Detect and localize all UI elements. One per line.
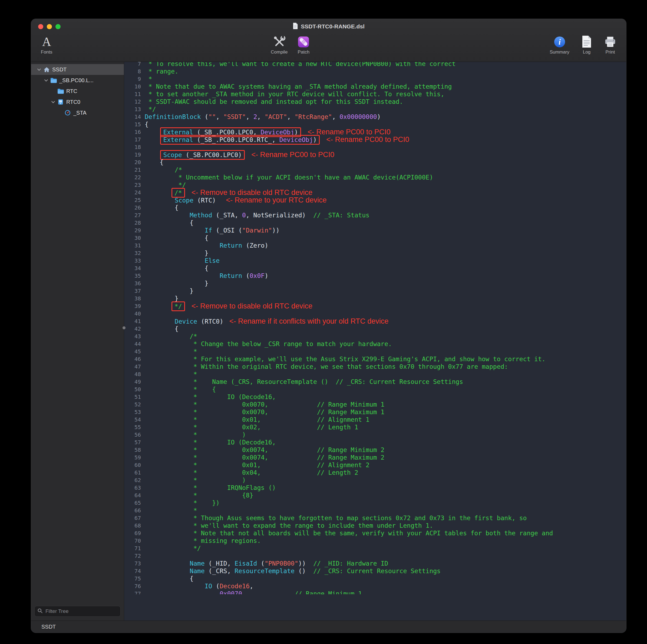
code-line: 32 } xyxy=(124,249,626,257)
tree-item-rtc[interactable]: RTC xyxy=(31,86,124,96)
status-bar: SSDT xyxy=(31,621,626,633)
print-button[interactable]: Print xyxy=(604,34,617,55)
code-segment xyxy=(145,197,175,204)
line-number: 18 xyxy=(124,143,145,151)
code-segment: * 0x01, // Alignment 2 xyxy=(145,462,369,469)
code-segment: 0x0070 xyxy=(220,590,242,594)
code-line: 18 xyxy=(124,143,626,151)
summary-button[interactable]: i Summary xyxy=(550,34,569,55)
chevron-down-icon[interactable] xyxy=(50,100,57,104)
code-segment: (_HID, xyxy=(208,560,234,567)
code-segment: (_SB.PC00.LPC0) xyxy=(186,151,242,158)
patch-button[interactable]: Patch xyxy=(297,34,310,55)
line-number: 77 xyxy=(124,590,145,594)
code-segment: * xyxy=(145,75,152,82)
code-segment: Scope xyxy=(163,151,186,158)
line-number: 60 xyxy=(124,461,145,469)
code-line: 67 * Though Asus seems to have forgotten… xyxy=(124,514,626,522)
device-icon xyxy=(57,99,65,105)
code-segment: 0x0F xyxy=(250,272,265,279)
line-number: 50 xyxy=(124,386,145,393)
code-segment: } xyxy=(145,295,178,302)
line-number: 19 xyxy=(124,151,145,158)
line-number: 68 xyxy=(124,522,145,530)
window-title-text: SSDT-RTC0-RANGE.dsl xyxy=(301,23,365,30)
tree-item-rtc0[interactable]: RTC0 xyxy=(31,96,124,107)
log-button[interactable]: Log xyxy=(581,34,592,55)
method-icon xyxy=(64,109,72,116)
code-segment: ) xyxy=(377,113,381,120)
line-number: 23 xyxy=(124,181,145,189)
minimize-button[interactable] xyxy=(47,24,52,29)
code-segment: )) xyxy=(272,227,280,234)
log-document-icon xyxy=(581,34,592,48)
code-segment: ( xyxy=(261,560,265,567)
code-segment: 0 xyxy=(242,212,246,219)
fonts-button[interactable]: A Fonts xyxy=(41,34,53,55)
code-segment xyxy=(145,560,190,567)
tree-item-sb-pc00-l[interactable]: _SB.PC00.L... xyxy=(31,75,124,86)
code-line: 41 Device (RTC0)<- Rename if it conflict… xyxy=(124,317,626,325)
line-number: 75 xyxy=(124,575,145,582)
titlebar[interactable]: SSDT-RTC0-RANGE.dsl xyxy=(31,19,626,34)
svg-text:i: i xyxy=(559,37,561,46)
line-number: 24 xyxy=(124,189,145,196)
code-segment: // Range Minimum 1 xyxy=(295,590,362,594)
code-segment: * 0x01, // Alignment 1 xyxy=(145,416,369,423)
code-segment: (Zero) xyxy=(246,242,268,249)
code-segment: // _STA: Status xyxy=(313,212,369,219)
code-editor[interactable]: 7 * To resolve this, we'll want to creat… xyxy=(124,62,626,621)
zoom-button[interactable] xyxy=(56,24,61,29)
code-segment: // _CRS: Current Resource Settings xyxy=(313,567,441,574)
tree-item-label: _STA xyxy=(73,110,86,116)
code-segment xyxy=(145,129,160,136)
line-number: 31 xyxy=(124,242,145,249)
compile-button[interactable]: Compile xyxy=(271,34,288,55)
code-line: 56 * ) xyxy=(124,431,626,438)
code-line: 66 * xyxy=(124,507,626,514)
line-number: 43 xyxy=(124,333,145,340)
code-segment: */ xyxy=(174,303,182,310)
chevron-down-icon[interactable] xyxy=(43,78,50,83)
window-header: SSDT-RTC0-RANGE.dsl A Fonts xyxy=(31,19,626,62)
code-segment: , xyxy=(246,113,254,120)
line-number: 65 xyxy=(124,499,145,507)
code-segment xyxy=(145,567,190,574)
code-line: 42 { xyxy=(124,325,626,333)
window-title: SSDT-RTC0-RANGE.dsl xyxy=(293,22,365,31)
line-number: 52 xyxy=(124,401,145,408)
close-button[interactable] xyxy=(38,24,43,29)
line-number: 49 xyxy=(124,378,145,386)
chevron-down-icon[interactable] xyxy=(35,67,43,72)
tree-item-ssdt[interactable]: SSDT xyxy=(31,64,124,75)
code-segment: (_CRS, xyxy=(208,567,234,574)
line-number: 28 xyxy=(124,219,145,227)
line-number: 42 xyxy=(124,325,145,333)
code-line: 10 * Note that due to AWAC systems havin… xyxy=(124,83,626,90)
line-number: 45 xyxy=(124,348,145,355)
code-segment: , xyxy=(216,113,223,120)
code-segment: /* xyxy=(174,189,182,196)
code-segment: Name xyxy=(190,560,208,567)
code-line: 30 { xyxy=(124,234,626,242)
splitter-handle[interactable] xyxy=(123,326,126,329)
code-segment: * 0x0070, // Range Maximum 1 xyxy=(145,408,384,415)
code-segment: ( xyxy=(216,583,220,590)
fonts-icon: A xyxy=(42,34,51,48)
filter-tree-input[interactable] xyxy=(45,608,118,615)
line-number: 38 xyxy=(124,295,145,302)
code-line: 27 Method (_STA, 0, NotSerialized) // _S… xyxy=(124,212,626,219)
code-segment: ResourceTemplate xyxy=(234,567,298,574)
code-line: 73 Name (_HID, EisaId ("PNP0B00")) // _H… xyxy=(124,560,626,567)
line-number: 36 xyxy=(124,279,145,287)
annotation-text: <- Remove to disable old RTC device xyxy=(192,188,312,196)
code-segment: * range. xyxy=(145,68,178,75)
code-segment xyxy=(145,227,205,234)
tree-item-sta[interactable]: _STA xyxy=(31,107,124,118)
line-number: 51 xyxy=(124,393,145,401)
line-number: 17 xyxy=(124,136,145,143)
code-segment: { xyxy=(145,234,208,241)
line-number: 44 xyxy=(124,340,145,348)
line-number: 25 xyxy=(124,196,145,204)
code-segment: * For this example, we'll use the Asus S… xyxy=(145,355,546,363)
